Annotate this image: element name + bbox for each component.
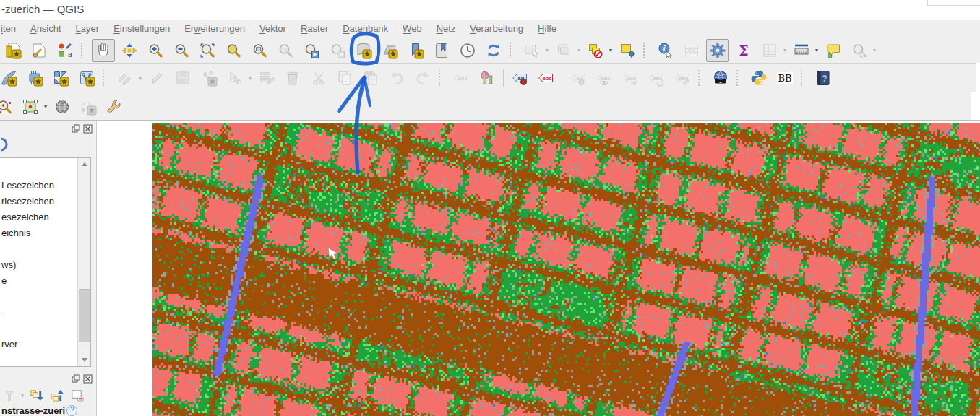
- show-spatial-bookmarks-button[interactable]: [378, 39, 401, 62]
- browser-item-ws[interactable]: ws): [0, 257, 77, 273]
- rotate-label-button[interactable]: abc: [645, 66, 668, 90]
- layer-row[interactable]: nstrasse-zueri ?: [1, 405, 77, 416]
- select-by-form-dropdown-caret[interactable]: ▾: [575, 47, 583, 53]
- menu-netz[interactable]: Netz: [429, 23, 463, 34]
- menu-erweiterungen[interactable]: Erweiterungen: [177, 23, 252, 34]
- python-console-button[interactable]: [747, 66, 770, 90]
- statistical-summary-button[interactable]: [680, 39, 703, 62]
- paste-features-button[interactable]: [359, 66, 382, 90]
- menu-web[interactable]: Web: [395, 23, 429, 34]
- menu-vektor[interactable]: Vektor: [252, 23, 293, 34]
- browser-item-eichnis[interactable]: eichnis: [0, 225, 77, 241]
- label-toolbar-button[interactable]: abc: [450, 66, 473, 90]
- filter-legend-button[interactable]: [1, 386, 20, 404]
- pin-unpin-labels-button[interactable]: ab: [567, 66, 590, 90]
- digitize-with-segment-button[interactable]: [197, 66, 220, 90]
- deselect-features-dropdown-caret[interactable]: ▾: [607, 47, 614, 53]
- zoom-full-button[interactable]: [196, 39, 219, 62]
- zoom-to-selection-button[interactable]: [222, 39, 245, 62]
- menu-einstellungen[interactable]: Einstellungen: [106, 23, 177, 34]
- menu-datenbank[interactable]: Datenbank: [335, 23, 395, 34]
- menu-ansicht[interactable]: Ansicht: [23, 23, 69, 34]
- scroll-up-button[interactable]: [78, 158, 90, 170]
- browser-item-[interactable]: -: [0, 305, 77, 321]
- collapse-all-button[interactable]: [47, 386, 66, 404]
- zoom-native-button[interactable]: 1:1: [274, 39, 297, 62]
- zoom-in-button[interactable]: [144, 39, 167, 62]
- osm-tools-button[interactable]: [103, 95, 126, 118]
- browser-item-rlesezeichen[interactable]: rlesezeichen: [0, 194, 77, 209]
- select-features-button[interactable]: [520, 39, 543, 62]
- browser-close-button[interactable]: [83, 124, 93, 133]
- panel-splitter-handle[interactable]: ·····: [2, 367, 20, 374]
- layers-close-button[interactable]: [83, 373, 93, 383]
- vertex-tool-button[interactable]: [223, 66, 246, 90]
- show-bookmarks-button[interactable]: [430, 39, 453, 62]
- temporal-controller-button[interactable]: [456, 39, 479, 62]
- vertex-tool-dropdown-caret[interactable]: ▾: [246, 75, 254, 82]
- redo-button[interactable]: [411, 66, 434, 90]
- style-manager-button[interactable]: a: [53, 39, 77, 62]
- cut-features-button[interactable]: [307, 66, 330, 90]
- copy-features-button[interactable]: [333, 66, 356, 90]
- menu-hilfe[interactable]: Hilfe: [530, 23, 564, 34]
- bookmark-manager-button[interactable]: [404, 39, 427, 62]
- zoom-out-button[interactable]: [170, 39, 193, 62]
- zoom-next-button[interactable]: [326, 39, 349, 62]
- menu-raster[interactable]: Raster: [293, 23, 335, 34]
- new-layout-button[interactable]: [1, 39, 25, 62]
- current-edits-button[interactable]: [113, 66, 137, 90]
- diagram-options-button[interactable]: [476, 66, 499, 90]
- show-statistics-button[interactable]: Σ: [732, 39, 755, 62]
- browser-item-lesezeichen[interactable]: Lesezeichen: [0, 178, 77, 194]
- select-features-dropdown-caret[interactable]: ▾: [543, 47, 551, 53]
- measure-button[interactable]: [790, 39, 813, 62]
- help-contents-button[interactable]: ?: [812, 66, 835, 90]
- select-by-form-button[interactable]: [552, 39, 575, 62]
- layer-name[interactable]: nstrasse-zueri: [1, 405, 65, 416]
- undo-button[interactable]: [385, 66, 408, 90]
- change-label-button[interactable]: abc: [671, 66, 694, 90]
- modify-attributes-button[interactable]: [255, 66, 278, 90]
- scroll-down-button[interactable]: [78, 354, 90, 366]
- new-geopackage-layer-button[interactable]: [0, 66, 20, 90]
- scroll-thumb[interactable]: [79, 289, 90, 342]
- pan-to-selection-button[interactable]: [118, 39, 141, 62]
- browser-scrollbar[interactable]: [77, 158, 90, 366]
- browser-refresh-icon[interactable]: [0, 136, 9, 155]
- layer-indicator-icon[interactable]: ?: [66, 405, 77, 416]
- zoom-last-button[interactable]: [300, 39, 323, 62]
- menu-layer[interactable]: Layer: [69, 23, 107, 34]
- browser-item-rver[interactable]: rver: [0, 337, 77, 352]
- layer-diagram-options-button[interactable]: abc: [534, 66, 557, 90]
- layers-float-button[interactable]: [72, 373, 81, 383]
- pan-map-button[interactable]: [92, 39, 115, 62]
- run-feature-action-button[interactable]: [848, 39, 871, 62]
- expand-all-button[interactable]: [27, 386, 46, 404]
- browser-item-esezeichen[interactable]: esezeichen: [0, 209, 77, 225]
- select-by-location-button[interactable]: [616, 39, 639, 62]
- new-spatial-bookmark-button[interactable]: [352, 39, 375, 62]
- menu-iten[interactable]: iten: [0, 23, 23, 34]
- remove-layer-button[interactable]: [67, 386, 86, 404]
- save-layer-edits-button[interactable]: [171, 66, 194, 90]
- show-hidden-labels-button[interactable]: abc: [593, 66, 616, 90]
- gcp-canvas-dropdown-caret[interactable]: ▾: [42, 103, 49, 110]
- toggle-editing-button[interactable]: [145, 66, 168, 90]
- menu-verarbeitung[interactable]: Verarbeitung: [463, 23, 530, 34]
- measure-dropdown-caret[interactable]: ▾: [813, 47, 820, 53]
- layer-labeling-options-button[interactable]: ab: [508, 66, 531, 90]
- new-spatialite-layer-button[interactable]: [23, 66, 46, 90]
- attribute-table-dropdown-caret[interactable]: ▾: [781, 47, 788, 53]
- new-shapefile-layer-button[interactable]: [75, 66, 98, 90]
- attribute-table-button[interactable]: [758, 39, 781, 62]
- bb-plugin-button[interactable]: BB: [773, 66, 796, 90]
- move-label-button[interactable]: abc: [619, 66, 642, 90]
- deselect-features-button[interactable]: [584, 39, 607, 62]
- gcp-canvas-button[interactable]: [19, 95, 42, 118]
- browser-float-button[interactable]: [72, 124, 81, 133]
- globe-view-button[interactable]: [51, 95, 74, 118]
- add-xy-point-button[interactable]: X,Y: [77, 95, 100, 118]
- metasearch-button[interactable]: [709, 66, 732, 90]
- processing-toolbox-button[interactable]: [706, 39, 729, 62]
